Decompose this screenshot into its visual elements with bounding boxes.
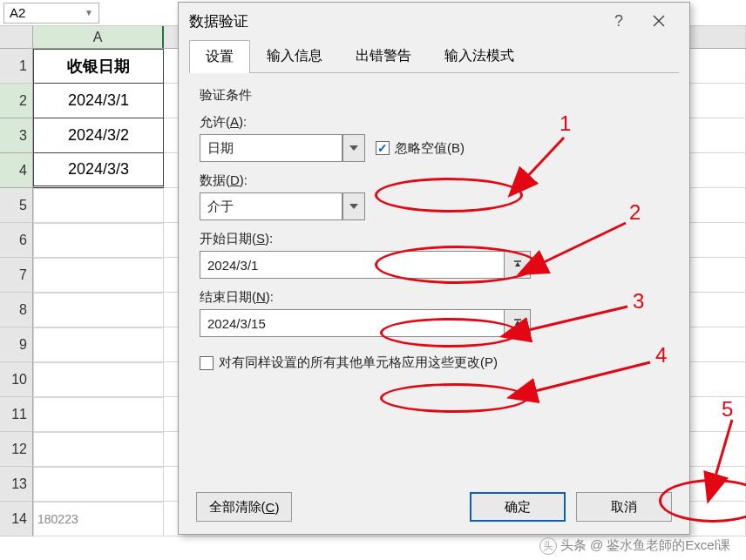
row-header[interactable]: 2 [0,84,33,118]
watermark: 头头条 @ 鉴水鱼老師的Excel课 [539,537,730,556]
start-date-input[interactable]: 2024/3/1 [200,251,505,279]
tab-ime-mode[interactable]: 输入法模式 [428,39,531,72]
svg-marker-7 [515,320,520,325]
data-label: 数据(D): [200,172,668,189]
name-box-value: A2 [10,5,25,20]
row-header[interactable]: 9 [0,327,33,362]
data-combobox[interactable]: 介于 [200,192,365,220]
row-header[interactable]: 13 [0,467,33,502]
close-icon [653,15,665,27]
collapse-dialog-icon [512,317,524,329]
cell[interactable] [33,223,164,258]
start-date-ref-button[interactable] [505,251,531,279]
data-dropdown-button[interactable] [342,192,365,220]
cell-a2[interactable]: 2024/3/1 [33,84,164,118]
svg-marker-3 [349,204,358,209]
svg-marker-5 [515,262,520,267]
close-button[interactable] [639,7,679,35]
name-box[interactable]: A2 ▼ [3,3,99,24]
row-header[interactable]: 10 [0,362,33,397]
tab-settings[interactable]: 设置 [189,40,250,73]
cell[interactable] [33,432,164,467]
select-all-corner[interactable] [0,26,33,48]
cell-a14[interactable]: 180223 [33,502,164,536]
ignore-blank-checkbox[interactable]: ✓ 忽略空值(B) [376,140,465,157]
checkbox-icon: ✓ [376,141,390,155]
cell[interactable] [33,397,164,432]
row-header[interactable]: 8 [0,293,33,327]
cell[interactable] [33,293,164,327]
row-header[interactable]: 12 [0,432,33,467]
end-date-ref-button[interactable] [505,309,531,337]
row-header[interactable]: 11 [0,397,33,432]
row-header[interactable]: 1 [0,49,33,84]
start-date-input-row: 2024/3/1 [200,251,531,279]
chevron-down-icon [349,204,358,209]
tab-error-alert[interactable]: 出错警告 [339,39,428,72]
name-box-dropdown-icon[interactable]: ▼ [85,8,93,17]
allow-combobox[interactable]: 日期 [200,134,365,162]
dialog-tabs: 设置 输入信息 出错警告 输入法模式 [189,39,679,73]
dialog-body: 验证条件 允许(A): 日期 ✓ 忽略空值(B) 数据(D): 介于 [179,73,689,371]
row-header[interactable]: 5 [0,188,33,223]
dialog-titlebar[interactable]: 数据验证 ? [179,3,689,39]
ok-button[interactable]: 确定 [470,492,566,522]
cell[interactable] [33,327,164,362]
data-value: 介于 [200,192,342,220]
end-date-label: 结束日期(N): [200,289,668,306]
row-header[interactable]: 4 [0,153,33,188]
checkbox-icon [200,356,214,370]
column-header-a[interactable]: A [33,26,164,48]
cell[interactable] [33,467,164,502]
annotation-arrow-5 [723,416,746,486]
dialog-title: 数据验证 [189,11,248,31]
tab-input-message[interactable]: 输入信息 [250,39,339,72]
row-header[interactable]: 14 [0,502,33,536]
clear-all-button[interactable]: 全部清除(C) [196,492,292,522]
allow-dropdown-button[interactable] [342,134,365,162]
cell-a3[interactable]: 2024/3/2 [33,118,164,153]
chevron-down-icon [349,145,358,151]
end-date-input[interactable]: 2024/3/15 [200,309,505,337]
allow-label: 允许(A): [200,114,668,131]
cell-a1[interactable]: 收银日期 [33,49,164,84]
collapse-dialog-icon [512,259,524,271]
validation-criteria-label: 验证条件 [200,87,668,104]
start-date-label: 开始日期(S): [200,231,668,247]
cell[interactable] [33,258,164,293]
end-date-input-row: 2024/3/15 [200,309,531,337]
cell-a4[interactable]: 2024/3/3 [33,153,164,188]
dialog-footer: 全部清除(C) 确定 取消 [179,492,689,522]
row-header[interactable]: 6 [0,223,33,258]
row-header[interactable]: 3 [0,118,33,153]
apply-to-all-checkbox[interactable]: 对有同样设置的所有其他单元格应用这些更改(P) [200,354,668,371]
row-header[interactable]: 7 [0,258,33,293]
data-validation-dialog: 数据验证 ? 设置 输入信息 出错警告 输入法模式 验证条件 允许(A): 日期… [178,2,690,535]
cell[interactable] [33,362,164,397]
help-button[interactable]: ? [599,7,639,35]
cancel-button[interactable]: 取消 [576,492,672,522]
allow-value: 日期 [200,134,342,162]
cell[interactable] [33,188,164,223]
svg-marker-2 [349,145,358,151]
watermark-icon: 头 [539,537,557,555]
